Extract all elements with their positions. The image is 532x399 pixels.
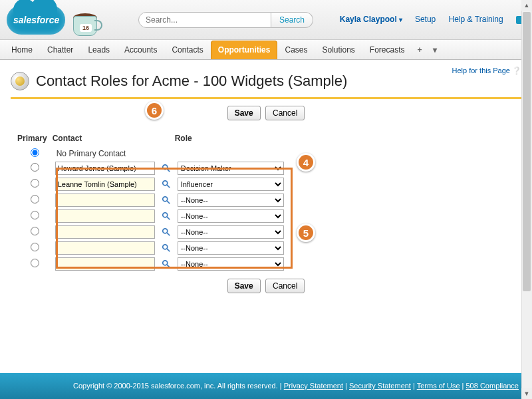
primary-radio[interactable] xyxy=(31,163,39,172)
tab-forecasts[interactable]: Forecasts xyxy=(362,41,412,59)
opportunity-icon xyxy=(11,72,29,90)
role-select[interactable]: --None--Decision MakerInfluencer xyxy=(178,257,284,271)
terms-link[interactable]: Terms of Use xyxy=(417,382,460,390)
copyright-text: Copyright © 2000-2015 salesforce.com, in… xyxy=(73,382,278,390)
release-badge: 16 xyxy=(80,24,92,32)
no-primary-text: No Primary Contact xyxy=(55,149,126,158)
contact-input[interactable] xyxy=(55,194,155,207)
contact-input[interactable] xyxy=(55,257,155,271)
help-training-link[interactable]: Help & Training xyxy=(449,15,503,24)
tab-contacts[interactable]: Contacts xyxy=(164,41,210,59)
table-row: --None--Decision MakerInfluencer xyxy=(17,160,287,176)
lookup-icon[interactable] xyxy=(160,178,172,190)
primary-nav: HomeChatterLeadsAccountsContactsOpportun… xyxy=(0,40,532,60)
seasonal-cup-icon: 16 xyxy=(72,3,104,39)
role-select[interactable]: --None--Decision MakerInfluencer xyxy=(178,225,284,239)
table-row: --None--Decision MakerInfluencer xyxy=(17,240,287,256)
svg-line-9 xyxy=(167,233,170,235)
lookup-icon[interactable] xyxy=(160,242,172,254)
save-button[interactable]: Save xyxy=(227,106,261,120)
role-select[interactable]: --None--Decision MakerInfluencer xyxy=(178,241,284,255)
svg-point-12 xyxy=(162,261,167,265)
save-button-bottom[interactable]: Save xyxy=(227,279,261,293)
primary-radio[interactable] xyxy=(31,179,39,188)
page-body: Help for this Page Contact Roles for Acm… xyxy=(0,60,532,300)
primary-radio[interactable] xyxy=(31,195,39,203)
col-primary: Primary xyxy=(17,131,53,147)
svg-line-1 xyxy=(167,169,170,172)
scroll-thumb[interactable] xyxy=(523,12,531,291)
primary-radio[interactable] xyxy=(31,243,39,251)
table-row: No Primary Contact xyxy=(17,147,287,160)
setup-link[interactable]: Setup xyxy=(415,15,436,24)
svg-line-7 xyxy=(167,217,170,219)
primary-radio[interactable] xyxy=(31,211,39,219)
lookup-icon[interactable] xyxy=(160,210,172,222)
svg-line-11 xyxy=(167,249,170,251)
cancel-button-bottom[interactable]: Cancel xyxy=(265,279,305,293)
scroll-down-icon[interactable]: ▼ xyxy=(521,388,532,399)
lookup-icon[interactable] xyxy=(160,258,172,270)
primary-radio[interactable] xyxy=(31,148,39,157)
tab-cases[interactable]: Cases xyxy=(277,41,315,59)
logo-text: salesforce xyxy=(13,15,59,25)
svg-point-0 xyxy=(162,165,167,170)
search-button[interactable]: Search xyxy=(271,12,313,28)
svg-point-6 xyxy=(162,213,167,217)
role-select[interactable]: --None--Decision MakerInfluencer xyxy=(178,178,284,191)
page-title: Contact Roles for Acme - 100 Widgets (Sa… xyxy=(36,72,347,90)
help-for-page-link[interactable]: Help for this Page xyxy=(452,66,522,75)
table-row: --None--Decision MakerInfluencer xyxy=(17,208,287,224)
svg-point-4 xyxy=(162,197,167,201)
tab-leads[interactable]: Leads xyxy=(80,41,117,59)
button-row-top: Save Cancel xyxy=(11,99,521,127)
tab-accounts[interactable]: Accounts xyxy=(117,41,164,59)
global-header: salesforce 16 Search Kayla Claypool Setu… xyxy=(0,0,532,40)
table-row: --None--Decision MakerInfluencer xyxy=(17,224,287,240)
scroll-up-icon[interactable]: ▲ xyxy=(521,0,532,11)
cancel-button[interactable]: Cancel xyxy=(265,106,305,120)
primary-radio[interactable] xyxy=(31,259,39,267)
lookup-icon[interactable] xyxy=(160,226,172,238)
contact-input[interactable] xyxy=(55,162,155,175)
role-select[interactable]: --None--Decision MakerInfluencer xyxy=(178,209,284,223)
tab-opportunities[interactable]: Opportunities xyxy=(211,41,278,59)
button-row-bottom: Save Cancel xyxy=(11,272,521,300)
compliance-link[interactable]: 508 Compliance xyxy=(466,382,519,390)
tab-solutions[interactable]: Solutions xyxy=(315,41,362,59)
contact-roles-table: Primary Contact Role No Primary Contact-… xyxy=(17,131,287,272)
contact-input[interactable] xyxy=(55,225,155,239)
user-menu[interactable]: Kayla Claypool xyxy=(340,15,402,24)
contact-input[interactable] xyxy=(55,241,155,255)
page-title-row: Contact Roles for Acme - 100 Widgets (Sa… xyxy=(11,60,521,99)
callout-5: 5 xyxy=(297,223,315,242)
callout-6: 6 xyxy=(145,101,164,120)
search-input[interactable] xyxy=(138,12,271,28)
role-select[interactable]: --None--Decision MakerInfluencer xyxy=(178,194,284,207)
tab-add-icon[interactable]: + xyxy=(412,41,428,59)
global-search: Search xyxy=(138,12,313,28)
role-select[interactable]: --None--Decision MakerInfluencer xyxy=(178,162,284,175)
tab-overflow-icon[interactable]: ▾ xyxy=(428,41,442,59)
contact-input[interactable] xyxy=(55,209,155,223)
col-role: Role xyxy=(175,131,287,147)
security-link[interactable]: Security Statement xyxy=(349,382,411,390)
svg-line-3 xyxy=(167,185,170,188)
scrollbar[interactable]: ▲ ▼ xyxy=(521,0,532,399)
salesforce-logo[interactable]: salesforce xyxy=(7,5,68,45)
page-footer: Copyright © 2000-2015 salesforce.com, in… xyxy=(0,373,532,399)
contact-input[interactable] xyxy=(55,178,155,191)
table-row: --None--Decision MakerInfluencer xyxy=(17,256,287,272)
col-contact: Contact xyxy=(53,131,158,147)
lookup-icon[interactable] xyxy=(160,194,172,206)
privacy-link[interactable]: Privacy Statement xyxy=(284,382,343,390)
svg-line-5 xyxy=(167,201,170,203)
callout-4: 4 xyxy=(297,153,315,172)
svg-point-10 xyxy=(162,245,167,249)
lookup-icon[interactable] xyxy=(160,162,172,174)
table-row: --None--Decision MakerInfluencer xyxy=(17,176,287,192)
primary-radio[interactable] xyxy=(31,227,39,235)
svg-point-2 xyxy=(162,181,167,186)
svg-line-13 xyxy=(167,265,170,267)
svg-point-8 xyxy=(162,229,167,233)
